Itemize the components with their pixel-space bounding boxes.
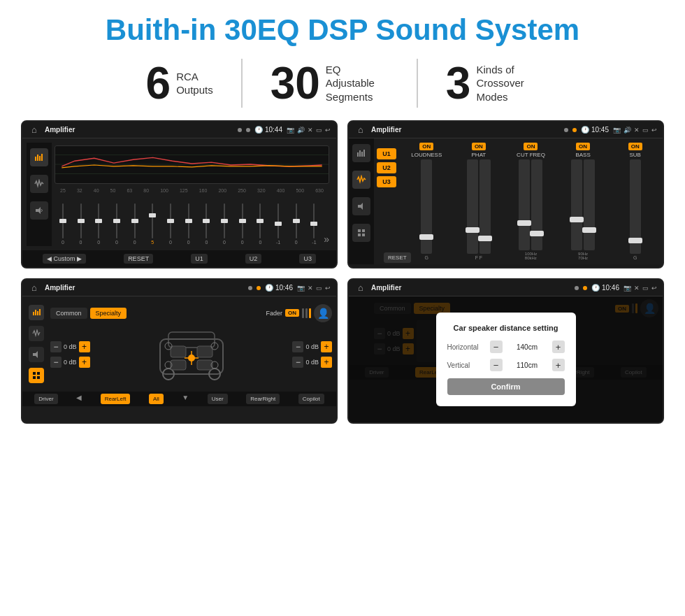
home-icon-4[interactable]: ⌂ xyxy=(354,282,367,294)
loudness-on[interactable]: ON xyxy=(419,143,433,150)
down-arrow[interactable]: ▼ xyxy=(182,394,189,404)
bass-on[interactable]: ON xyxy=(576,143,590,150)
vertical-plus-btn[interactable]: + xyxy=(552,359,565,371)
left-arrow[interactable]: ◀ xyxy=(76,394,82,404)
crossover-reset-btn[interactable]: RESET xyxy=(384,252,411,263)
common-tab[interactable]: Common xyxy=(50,308,87,319)
home-icon-3[interactable]: ⌂ xyxy=(28,282,41,294)
eq-slider-13[interactable]: 0 xyxy=(288,203,305,245)
plus-rl[interactable]: + xyxy=(79,357,90,368)
plus-fr[interactable]: + xyxy=(321,341,332,352)
confirm-button[interactable]: Confirm xyxy=(447,378,565,395)
phat-on[interactable]: ON xyxy=(472,143,486,150)
side-nav-1 xyxy=(27,143,52,246)
nav-sp-wave[interactable] xyxy=(29,326,44,341)
specialty-tab[interactable]: Specialty xyxy=(90,308,127,319)
horizontal-minus-btn[interactable]: − xyxy=(490,341,503,353)
eq-u3-btn[interactable]: U3 xyxy=(299,254,316,264)
sub-on[interactable]: ON xyxy=(628,143,642,150)
nav-vol-btn-2[interactable] xyxy=(352,197,370,215)
svg-rect-19 xyxy=(37,311,38,315)
phat-slider-1[interactable] xyxy=(467,159,478,254)
horizontal-plus-btn[interactable]: + xyxy=(552,341,565,353)
bass-slider-2[interactable] xyxy=(584,159,595,250)
u2-button[interactable]: U2 xyxy=(377,162,396,173)
status-dot-2a xyxy=(564,128,568,132)
eq-reset-btn[interactable]: RESET xyxy=(124,254,153,264)
nav-wave-btn[interactable] xyxy=(30,175,48,193)
user-btn[interactable]: User xyxy=(208,394,228,404)
dialog-overlay: Car speaker distance setting Horizontal … xyxy=(349,296,663,422)
phat-slider-2[interactable] xyxy=(480,159,491,254)
eq-slider-9[interactable]: 0 xyxy=(216,203,233,245)
home-icon-2[interactable]: ⌂ xyxy=(354,124,367,136)
eq-forward-icon[interactable]: » xyxy=(324,234,329,245)
status-title-1: Amplifier xyxy=(45,126,233,134)
db-control-fl: − 0 dB + xyxy=(50,341,90,352)
plus-rr[interactable]: + xyxy=(321,357,332,368)
eq-slider-2[interactable]: 0 xyxy=(90,203,107,245)
home-icon-1[interactable]: ⌂ xyxy=(28,124,41,136)
eq-slider-1[interactable]: 0 xyxy=(73,203,89,245)
nav-sp-pan[interactable] xyxy=(29,368,44,383)
minus-rr[interactable]: − xyxy=(292,357,303,368)
horizontal-stepper: − 140cm + xyxy=(490,341,565,353)
camera-icon-4: 📷 xyxy=(623,285,631,292)
status-icons-2: 📷 🔊 ✕ ▭ ↩ xyxy=(613,127,657,134)
stat-crossover: 3 Kinds ofCrossover Modes xyxy=(418,61,568,106)
u3-button[interactable]: U3 xyxy=(377,176,396,187)
all-btn[interactable]: All xyxy=(149,394,164,404)
nav-sp-vol[interactable] xyxy=(29,347,44,362)
nav-pan-btn-2[interactable] xyxy=(352,224,370,242)
driver-btn[interactable]: Driver xyxy=(34,394,57,404)
nav-eq-btn-2[interactable] xyxy=(352,144,370,162)
eq-slider-6[interactable]: 0 xyxy=(162,203,179,245)
bass-slider-1[interactable] xyxy=(571,159,582,250)
stat-eq: 30 EQ AdjustableSegments xyxy=(243,61,417,106)
cutfreq-on[interactable]: ON xyxy=(524,143,538,150)
copilot-btn-3[interactable]: Copilot xyxy=(298,394,324,404)
eq-slider-7[interactable]: 0 xyxy=(180,203,197,245)
fader-on-badge[interactable]: ON xyxy=(285,309,299,317)
nav-eq-btn[interactable] xyxy=(30,148,48,166)
rearright-btn[interactable]: RearRight xyxy=(246,394,280,404)
u1-button[interactable]: U1 xyxy=(377,148,396,159)
eq-u2-btn[interactable]: U2 xyxy=(245,254,262,264)
vertical-minus-btn[interactable]: − xyxy=(490,359,503,371)
screen-speaker-dialog: ⌂ Amplifier 🕐 10:46 📷 ✕ ▭ ↩ Common xyxy=(347,278,664,424)
loudness-value: G xyxy=(425,255,428,260)
eq-slider-12[interactable]: -1 xyxy=(270,203,287,245)
rearleft-btn[interactable]: RearLeft xyxy=(101,394,131,404)
volume-icon-2: 🔊 xyxy=(623,127,631,134)
cutfreq-slider-2[interactable] xyxy=(531,159,542,250)
screen-speaker: ⌂ Amplifier 🕐 10:46 📷 ✕ ▭ ↩ xyxy=(21,278,338,424)
status-time-4: 🕐 10:46 xyxy=(591,284,619,292)
vertical-value: 110cm xyxy=(505,361,549,369)
minus-rl[interactable]: − xyxy=(50,357,62,368)
svg-rect-11 xyxy=(363,150,365,157)
sub-slider[interactable] xyxy=(630,159,641,254)
svg-rect-2 xyxy=(39,156,41,161)
eq-slider-8[interactable]: 0 xyxy=(199,203,215,245)
dialog-title: Car speaker distance setting xyxy=(447,324,565,332)
status-time-2: 🕐 10:45 xyxy=(581,126,609,134)
eq-custom-btn[interactable]: ◀ Custom ▶ xyxy=(43,254,86,264)
eq-slider-14[interactable]: -1 xyxy=(306,203,323,245)
nav-vol-btn[interactable] xyxy=(30,201,48,220)
plus-fl[interactable]: + xyxy=(79,341,90,352)
minus-fl[interactable]: − xyxy=(50,341,62,352)
eq-slider-5[interactable]: 5 xyxy=(144,203,161,245)
eq-slider-11[interactable]: 0 xyxy=(252,203,269,245)
stat-rca-label: RCAOutputs xyxy=(176,70,213,97)
minus-fr[interactable]: − xyxy=(292,341,303,352)
eq-slider-0[interactable]: 0 xyxy=(55,203,71,245)
stat-eq-label: EQ AdjustableSegments xyxy=(326,63,389,104)
nav-sp-btn[interactable] xyxy=(29,305,44,320)
eq-slider-10[interactable]: 0 xyxy=(234,203,251,245)
eq-u1-btn[interactable]: U1 xyxy=(191,254,208,264)
eq-slider-3[interactable]: 0 xyxy=(108,203,125,245)
nav-cross-btn-2[interactable] xyxy=(352,171,370,189)
cutfreq-slider-1[interactable] xyxy=(519,159,530,250)
eq-slider-4[interactable]: 0 xyxy=(127,203,143,245)
loudness-slider[interactable] xyxy=(421,159,432,254)
